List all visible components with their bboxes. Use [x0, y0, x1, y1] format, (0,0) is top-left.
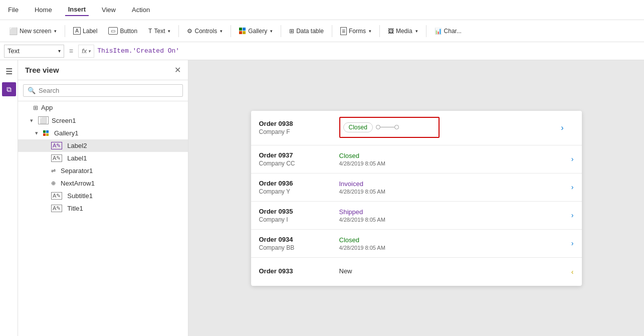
tree-item-nextarrow1[interactable]: ⊕ NextArrow1	[18, 177, 188, 190]
tree-item-label1[interactable]: A✎ Label1	[18, 152, 188, 164]
row-0934-middle: Closed 4/28/2019 8:05 AM	[339, 236, 571, 251]
toolbar: ⬜ New screen ▾ A Label ▭ Button T Text ▾…	[0, 20, 644, 42]
tree-item-app[interactable]: ⊞ App	[18, 101, 188, 114]
media-icon: 🖼	[388, 28, 394, 35]
canvas-area: Order 0938 Company F Closed ›	[188, 60, 644, 336]
controls-button[interactable]: ⚙ Controls ▾	[183, 26, 227, 37]
menu-bar: File Home Insert View Action	[0, 0, 644, 20]
row-0934-arrow: ›	[571, 239, 574, 247]
media-chevron-icon: ▾	[415, 29, 418, 34]
row-0936-title: Order 0936	[259, 180, 339, 187]
gallery-tree-icon	[43, 130, 49, 136]
row-0933-title: Order 0933	[259, 267, 339, 275]
new-screen-icon: ⬜	[9, 27, 18, 35]
tree-item-subtitle1[interactable]: A✎ Subtitle1	[18, 190, 188, 202]
row-0938-left: Order 0938 Company F	[259, 120, 339, 135]
search-input[interactable]	[39, 87, 178, 94]
tree-view-title: Tree view	[25, 66, 59, 74]
property-value: Text	[8, 47, 20, 55]
subtitle1-icon: A✎	[51, 192, 62, 200]
equals-sign: =	[67, 47, 75, 55]
menu-view[interactable]: View	[99, 4, 119, 16]
row-0936-sub: Company Y	[259, 188, 339, 195]
divider6	[379, 25, 380, 37]
forms-button[interactable]: ≡ Forms ▾	[336, 25, 375, 37]
fx-chevron-icon: ▾	[88, 49, 91, 54]
media-button[interactable]: 🖼 Media ▾	[384, 26, 422, 37]
row-0935-date: 4/28/2019 8:05 AM	[339, 217, 571, 223]
row-0937-date: 4/28/2019 8:05 AM	[339, 160, 571, 166]
gallery-row-0936[interactable]: Order 0936 Company Y Invoiced 4/28/2019 …	[251, 174, 582, 202]
menu-insert[interactable]: Insert	[65, 4, 89, 16]
row-0935-sub: Company I	[259, 216, 339, 223]
charts-icon: 📊	[435, 28, 442, 35]
row-0936-arrow: ›	[571, 183, 574, 191]
menu-action[interactable]: Action	[129, 4, 153, 16]
gallery-icon	[239, 28, 246, 35]
row-0935-arrow: ›	[571, 211, 574, 219]
divider2	[178, 25, 179, 37]
text-button[interactable]: T Text ▾	[144, 26, 174, 37]
screen-icon: ⬜	[38, 116, 49, 124]
title1-icon: A✎	[51, 205, 62, 212]
tree-search-bar: 🔍	[18, 80, 188, 101]
tree-item-screen1[interactable]: ▾ ⬜ Screen1	[18, 114, 188, 127]
row-0937-status: Closed	[339, 152, 571, 159]
row-0936-middle: Invoiced 4/28/2019 8:05 AM	[339, 180, 571, 195]
layers-icon[interactable]: ⧉	[2, 82, 16, 96]
tree-view-panel: Tree view ✕ 🔍 ⊞ App ▾ ⬜ Screen1	[18, 60, 188, 336]
button-icon: ▭	[108, 27, 118, 35]
tree-item-label2[interactable]: A✎ Label2	[18, 139, 188, 152]
row-0935-left: Order 0935 Company I	[259, 208, 339, 223]
tree-item-gallery1[interactable]: ▾ Gallery1	[18, 127, 188, 139]
nextarrow-icon: ⊕	[51, 180, 56, 187]
hamburger-icon[interactable]: ☰	[2, 64, 16, 78]
row-0937-arrow: ›	[571, 155, 574, 163]
chevron-icon: ▾	[54, 29, 57, 34]
label-button[interactable]: A Label	[69, 25, 101, 37]
tree-item-separator1[interactable]: ⇌ Separator1	[18, 164, 188, 177]
data-table-button[interactable]: ⊞ Data table	[285, 26, 328, 37]
gallery-row-0935[interactable]: Order 0935 Company I Shipped 4/28/2019 8…	[251, 202, 582, 230]
menu-home[interactable]: Home	[32, 4, 55, 16]
row-0934-left: Order 0934 Company BB	[259, 236, 339, 251]
connector-group	[376, 125, 399, 129]
formula-input[interactable]: ThisItem.'Created On'	[97, 47, 640, 55]
fx-label: fx	[82, 47, 87, 55]
row-0938-title: Order 0938	[259, 120, 339, 127]
row-0936-status: Invoiced	[339, 180, 571, 188]
row-0934-status: Closed	[339, 236, 571, 244]
new-screen-button[interactable]: ⬜ New screen ▾	[5, 25, 61, 37]
tree-view-header: Tree view ✕	[18, 60, 188, 80]
charts-button[interactable]: 📊 Char...	[431, 26, 466, 37]
gallery-row-0937[interactable]: Order 0937 Company CC Closed 4/28/2019 8…	[251, 145, 582, 174]
row-0934-sub: Company BB	[259, 244, 339, 251]
row-0937-middle: Closed 4/28/2019 8:05 AM	[339, 152, 571, 166]
label-icon: A	[73, 27, 81, 35]
separator-icon: ⇌	[51, 167, 56, 174]
gallery-row-0934[interactable]: Order 0934 Company BB Closed 4/28/2019 8…	[251, 230, 582, 258]
gallery-row-0933[interactable]: Order 0933 New ‹	[251, 258, 582, 286]
forms-chevron-icon: ▾	[369, 29, 371, 34]
gallery-button[interactable]: Gallery ▾	[235, 26, 277, 37]
row-0937-title: Order 0937	[259, 151, 339, 159]
row-0937-sub: Company CC	[259, 160, 339, 167]
row-0937-left: Order 0937 Company CC	[259, 151, 339, 167]
row-0934-date: 4/28/2019 8:05 AM	[339, 245, 571, 251]
row-0938-sub: Company F	[259, 128, 339, 135]
label1-icon: A✎	[51, 154, 62, 162]
divider4	[281, 25, 281, 37]
menu-file[interactable]: File	[5, 4, 22, 16]
gallery-row-0938[interactable]: Order 0938 Company F Closed ›	[251, 111, 582, 145]
tree-item-title1[interactable]: A✎ Title1	[18, 202, 188, 215]
tree-close-button[interactable]: ✕	[174, 65, 181, 75]
button-button[interactable]: ▭ Button	[104, 25, 141, 37]
row-0935-status: Shipped	[339, 208, 571, 216]
row-0934-title: Order 0934	[259, 236, 339, 243]
row-0933-status: New	[339, 267, 571, 275]
gallery-card: Order 0938 Company F Closed ›	[251, 111, 582, 286]
chevron-down-icon: ▾	[58, 48, 61, 54]
property-dropdown[interactable]: Text ▾	[4, 45, 64, 58]
formula-bar: Text ▾ = fx ▾ ThisItem.'Created On'	[0, 42, 644, 60]
text-icon: T	[148, 28, 152, 35]
